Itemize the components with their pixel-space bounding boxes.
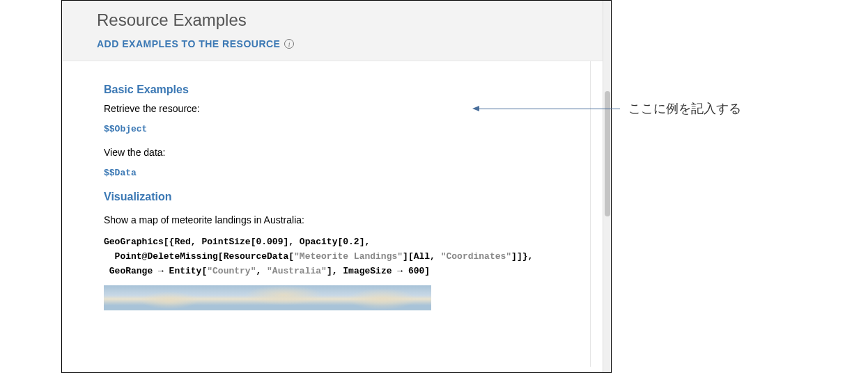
object-placeholder[interactable]: $$Object [104,124,569,134]
subheader-label: ADD EXAMPLES TO THE RESOURCE [97,38,280,49]
map-output [104,285,431,310]
code-l3c: ], ImageSize → 600] [327,266,430,276]
callout-text: ここに例を記入する [628,100,741,117]
document-window: Resource Examples ADD EXAMPLES TO THE RE… [61,0,612,373]
arrow-left-icon [472,106,479,111]
code-l3a: GeoRange → Entity[ [104,266,207,276]
code-l2a: Point@DeleteMissing[ResourceData[ [104,251,294,262]
code-l2-str2: "Coordinates" [441,251,511,262]
subheader-row: ADD EXAMPLES TO THE RESOURCE i [97,38,576,49]
header-section: Resource Examples ADD EXAMPLES TO THE RE… [62,1,611,61]
code-l2-str1: "Meteorite Landings" [294,251,403,262]
info-icon[interactable]: i [284,39,294,49]
scrollbar-track[interactable] [603,1,612,372]
code-block[interactable]: GeoGraphics[{Red, PointSize[0.009], Opac… [104,235,569,278]
annotation-callout: ここに例を記入する [474,100,741,117]
code-l2b: ][All, [403,251,441,262]
code-l1: GeoGraphics[{Red, PointSize[0.009], Opac… [104,237,370,247]
code-l3-str2: "Australia" [267,266,327,276]
page-title: Resource Examples [97,10,576,30]
code-l3-str1: "Country" [207,266,256,276]
section-visualization: Visualization [104,191,569,203]
section-basic-examples: Basic Examples [104,84,569,96]
viz-intro: Show a map of meteorite landings in Aust… [104,214,569,225]
view-text: View the data: [104,147,569,158]
data-placeholder[interactable]: $$Data [104,168,569,178]
code-l3b: , [256,266,267,276]
code-l2c: ]]}, [511,251,533,262]
callout-line [474,109,620,109]
